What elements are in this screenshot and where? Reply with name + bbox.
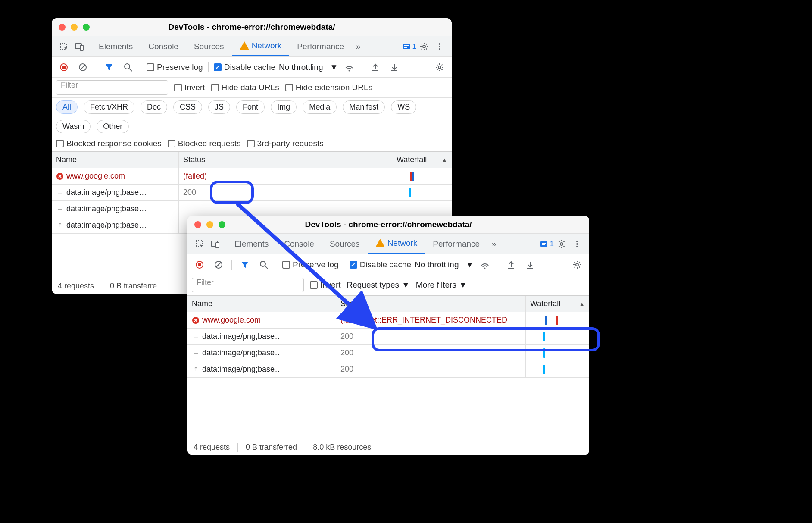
svg-point-9	[439, 43, 440, 45]
chip-img[interactable]: Img	[271, 100, 297, 114]
minimize-dot[interactable]	[71, 24, 78, 31]
request-types-select[interactable]: Request types ▼	[347, 280, 410, 290]
divider	[225, 239, 225, 249]
close-dot[interactable]	[59, 24, 66, 31]
tab-console[interactable]: Console	[276, 234, 322, 254]
settings-icon[interactable]	[554, 236, 569, 252]
divider	[208, 62, 209, 72]
filter-icon[interactable]	[101, 60, 117, 75]
inspect-element-icon[interactable]	[192, 236, 207, 252]
col-waterfall[interactable]: Waterfall ▲	[526, 296, 589, 312]
network-conditions-icon[interactable]	[341, 60, 357, 75]
chip-css[interactable]: CSS	[173, 100, 202, 114]
table-row[interactable]: –data:image/png;base…200	[187, 345, 589, 361]
maximize-dot[interactable]	[219, 221, 225, 228]
col-name[interactable]: Name	[52, 152, 179, 168]
record-button[interactable]	[56, 60, 72, 75]
issues-badge[interactable]: 1	[540, 240, 554, 248]
invert-checkbox[interactable]: Invert	[310, 280, 341, 290]
filter-icon[interactable]	[237, 257, 253, 272]
col-status[interactable]: Status	[336, 296, 526, 312]
minimize-dot[interactable]	[206, 221, 213, 228]
preserve-log-checkbox[interactable]: Preserve log	[282, 260, 339, 269]
chip-js[interactable]: JS	[208, 100, 230, 114]
upload-icon[interactable]	[368, 60, 383, 75]
devtools-window-front: DevTools - chrome-error://chromewebdata/…	[187, 216, 589, 455]
network-settings-icon[interactable]	[569, 257, 585, 272]
preserve-log-checkbox[interactable]: Preserve log	[147, 63, 203, 72]
download-icon[interactable]	[522, 257, 538, 272]
third-party-checkbox[interactable]: 3rd-party requests	[247, 139, 324, 148]
chevron-down-icon: ▼	[402, 280, 410, 290]
request-name: data:image/png;base…	[66, 204, 147, 213]
clear-button[interactable]	[75, 60, 91, 75]
filter-input[interactable]: Filter	[56, 80, 168, 95]
chip-wasm[interactable]: Wasm	[56, 120, 91, 133]
row-status-icon: –	[56, 189, 64, 197]
table-row[interactable]: –data:image/png;base…	[52, 201, 452, 217]
filter-input[interactable]: Filter	[192, 278, 304, 292]
chip-ws[interactable]: WS	[391, 100, 416, 114]
disable-cache-checkbox[interactable]: Disable cache	[214, 63, 275, 72]
clear-button[interactable]	[211, 257, 226, 272]
chip-fetch-xhr[interactable]: Fetch/XHR	[84, 100, 134, 114]
more-icon[interactable]	[569, 236, 585, 252]
chip-manifest[interactable]: Manifest	[343, 100, 385, 114]
chip-font[interactable]: Font	[236, 100, 265, 114]
network-settings-icon[interactable]	[432, 60, 447, 75]
status-bar: 4 requests 0 B transferred 8.0 kB resour…	[187, 439, 589, 455]
throttling-select[interactable]: No throttling ▼	[279, 63, 338, 72]
blocked-cookies-checkbox[interactable]: Blocked response cookies	[56, 139, 162, 148]
chip-doc[interactable]: Doc	[141, 100, 167, 114]
table-row[interactable]: www.google.com(failed) net::ERR_INTERNET…	[187, 312, 589, 329]
throttling-select[interactable]: No throttling ▼	[415, 260, 474, 269]
warning-icon	[240, 41, 249, 50]
search-icon[interactable]	[256, 257, 272, 272]
disable-cache-checkbox[interactable]: Disable cache	[350, 260, 411, 269]
tab-network[interactable]: Network	[368, 234, 425, 254]
settings-icon[interactable]	[416, 39, 432, 54]
invert-checkbox[interactable]: Invert	[174, 83, 205, 92]
chip-media[interactable]: Media	[303, 100, 337, 114]
network-toolbar: Preserve log Disable cache No throttling…	[52, 57, 452, 78]
search-icon[interactable]	[120, 60, 136, 75]
close-dot[interactable]	[194, 221, 201, 228]
throttling-value: No throttling	[415, 260, 459, 269]
col-name[interactable]: Name	[187, 296, 336, 312]
row-status-icon: ⤒	[192, 366, 200, 373]
inspect-element-icon[interactable]	[56, 39, 72, 54]
tab-performance[interactable]: Performance	[289, 36, 352, 56]
network-conditions-icon[interactable]	[477, 257, 493, 272]
hide-ext-urls-checkbox[interactable]: Hide extension URLs	[285, 83, 372, 92]
tab-elements[interactable]: Elements	[91, 36, 141, 56]
tab-console[interactable]: Console	[141, 36, 186, 56]
record-button[interactable]	[192, 257, 207, 272]
more-filters-select[interactable]: More filters ▼	[416, 280, 467, 290]
maximize-dot[interactable]	[83, 24, 90, 31]
table-row[interactable]: ⤒data:image/png;base…200	[187, 361, 589, 378]
download-icon[interactable]	[387, 60, 402, 75]
table-row[interactable]: www.google.com(failed)	[52, 168, 452, 185]
tab-sources[interactable]: Sources	[322, 234, 368, 254]
tabs-overflow[interactable]: »	[352, 36, 365, 56]
issues-icon	[402, 42, 411, 51]
upload-icon[interactable]	[503, 257, 519, 272]
hide-data-urls-checkbox[interactable]: Hide data URLs	[211, 83, 279, 92]
tab-sources[interactable]: Sources	[186, 36, 232, 56]
chip-other[interactable]: Other	[97, 120, 129, 133]
col-status[interactable]: Status	[179, 152, 392, 168]
device-toolbar-icon[interactable]	[72, 39, 87, 54]
tab-network[interactable]: Network	[232, 36, 290, 56]
issues-badge[interactable]: 1	[402, 42, 416, 51]
request-status	[179, 206, 392, 213]
chip-all[interactable]: All	[56, 100, 78, 114]
tab-elements[interactable]: Elements	[227, 234, 276, 254]
table-row[interactable]: –data:image/png;base…200	[52, 185, 452, 201]
more-icon[interactable]	[432, 39, 447, 54]
table-row[interactable]: –data:image/png;base…200	[187, 329, 589, 345]
tabs-overflow[interactable]: »	[487, 234, 501, 254]
col-waterfall[interactable]: Waterfall ▲	[392, 152, 452, 168]
device-toolbar-icon[interactable]	[207, 236, 223, 252]
blocked-requests-checkbox[interactable]: Blocked requests	[168, 139, 241, 148]
tab-performance[interactable]: Performance	[425, 234, 487, 254]
